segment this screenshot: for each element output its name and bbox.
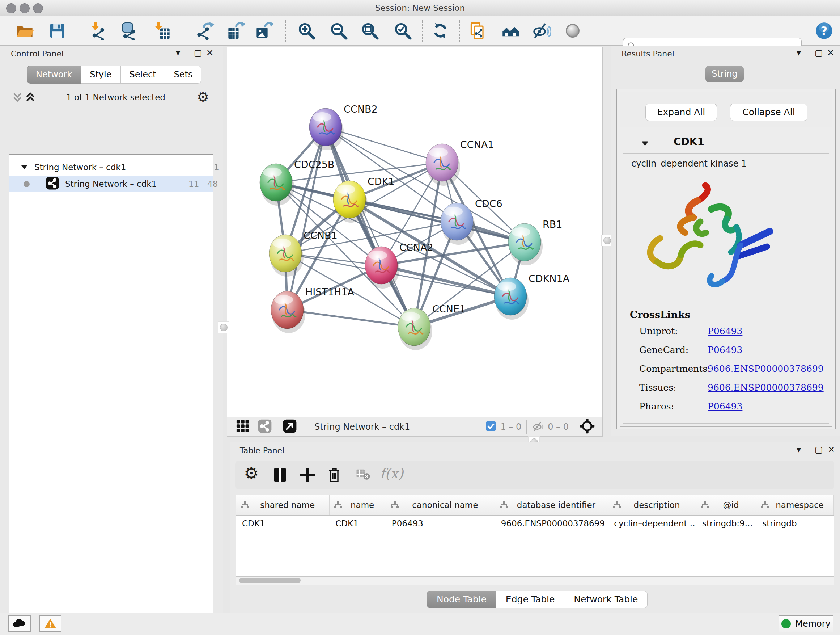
clear-table-icon[interactable]: [355, 466, 370, 484]
tab-style[interactable]: Style: [81, 65, 120, 84]
table-header-row: shared namenamecanonical namedatabase id…: [236, 495, 834, 516]
collapse-triangle-icon[interactable]: [21, 163, 28, 172]
export-network-icon[interactable]: [196, 21, 215, 40]
string-view-icon[interactable]: [257, 419, 272, 435]
hidden-eye-icon[interactable]: [532, 420, 545, 434]
zoom-selected-icon[interactable]: [393, 21, 412, 40]
network-node-ccnb1[interactable]: CCNB1: [269, 230, 338, 277]
table-panel-float-icon[interactable]: ▢: [815, 445, 823, 455]
tab-edge-table[interactable]: Edge Table: [496, 591, 565, 608]
network-node-ccne1[interactable]: CCNE1: [398, 303, 466, 350]
results-panel-menu-icon[interactable]: ▾: [797, 48, 801, 58]
network-options-gear-icon[interactable]: ⚙: [197, 89, 209, 105]
column-header-id[interactable]: @id: [696, 495, 756, 515]
table-panel-menu-icon[interactable]: ▾: [797, 445, 801, 455]
table-cell[interactable]: stringdb: [756, 516, 834, 532]
table-panel-close-icon[interactable]: ✕: [828, 445, 835, 455]
reposition-crosshair-icon[interactable]: [579, 418, 595, 435]
add-column-icon[interactable]: [299, 466, 316, 484]
column-header-canonicalname[interactable]: canonical name: [386, 495, 495, 515]
network-node-cdc6[interactable]: CDC6: [441, 198, 502, 245]
network-node-ccna1[interactable]: CCNA1: [426, 139, 494, 186]
cloud-status-button[interactable]: [8, 615, 31, 632]
delete-column-trash-icon[interactable]: [325, 466, 343, 484]
tab-select[interactable]: Select: [121, 65, 165, 84]
zoom-out-icon[interactable]: [329, 21, 348, 40]
network-node-ccnb2[interactable]: CCNB2: [309, 103, 378, 150]
network-node-hist1h1a[interactable]: HIST1H1A: [271, 287, 355, 333]
table-row[interactable]: CDK1CDK1P064939606.ENSP00000378699cyclin…: [236, 516, 834, 532]
table-horizontal-scrollbar[interactable]: [236, 576, 834, 585]
table-cell[interactable]: cyclin–dependent ...: [608, 516, 696, 532]
results-panel-float-icon[interactable]: ▢: [815, 48, 823, 58]
hidden-node-edge-counts: 0 – 0: [548, 422, 569, 432]
scrollbar-thumb[interactable]: [239, 578, 301, 583]
expand-all-icon[interactable]: [25, 92, 35, 104]
import-table-icon[interactable]: [152, 21, 171, 40]
open-session-icon[interactable]: [15, 21, 34, 40]
tab-network-table[interactable]: Network Table: [564, 591, 647, 608]
table-cell[interactable]: stringdb:9...: [696, 516, 756, 532]
memory-button[interactable]: Memory: [778, 615, 834, 632]
network-edge[interactable]: [287, 310, 414, 327]
save-session-icon[interactable]: [48, 21, 66, 40]
crosslink-url[interactable]: P06493: [707, 401, 742, 412]
clone-network-icon[interactable]: [469, 21, 488, 40]
tab-string[interactable]: String: [706, 66, 744, 82]
node-label: CCNB1: [303, 230, 338, 241]
crosslink-url[interactable]: 9606.ENSP00000378699: [707, 382, 824, 393]
crosslink-url[interactable]: 9606.ENSP00000378699: [707, 363, 824, 374]
column-header-databaseidentifier[interactable]: database identifier: [495, 495, 608, 515]
column-header-namespace[interactable]: namespace: [756, 495, 834, 515]
warnings-button[interactable]: [39, 615, 62, 632]
table-settings-gear-icon[interactable]: ⚙: [244, 463, 259, 483]
column-header-description[interactable]: description: [608, 495, 696, 515]
grid-mode-icon[interactable]: [236, 419, 249, 434]
show-all-icon[interactable]: [563, 21, 582, 40]
left-splitter-handle[interactable]: [218, 321, 229, 333]
crosslink-label: GeneCard:: [639, 345, 688, 355]
network-node-rb1[interactable]: RB1: [508, 219, 562, 265]
export-table-icon[interactable]: [227, 21, 246, 40]
collapse-all-icon[interactable]: [12, 92, 22, 104]
table-cell[interactable]: P06493: [386, 516, 495, 532]
zoom-in-icon[interactable]: [297, 21, 316, 40]
results-panel-close-icon[interactable]: ✕: [827, 48, 834, 58]
tab-network[interactable]: Network: [27, 65, 81, 84]
control-panel-float-icon[interactable]: ▢: [194, 48, 202, 58]
expand-all-button[interactable]: Expand All: [645, 103, 717, 121]
network-node-cdk1[interactable]: CDK1: [333, 176, 395, 223]
control-panel-menu-icon[interactable]: ▾: [176, 48, 180, 58]
table-cell[interactable]: CDK1: [236, 516, 330, 532]
column-header-sharedname[interactable]: shared name: [236, 495, 330, 515]
selected-checkbox-icon[interactable]: [485, 420, 497, 433]
tab-node-table[interactable]: Node Table: [427, 591, 496, 608]
collapse-all-button[interactable]: Collapse All: [730, 103, 807, 121]
network-edge[interactable]: [287, 127, 325, 310]
help-icon[interactable]: ?: [815, 21, 834, 40]
network-overview-icon[interactable]: [501, 21, 520, 40]
attribute-tree-icon: [761, 501, 769, 509]
network-row-selected[interactable]: String Network – cdk1 11 48: [9, 176, 213, 192]
birds-eye-view-icon[interactable]: [283, 419, 297, 435]
export-image-icon[interactable]: [255, 21, 274, 40]
table-cell[interactable]: 9606.ENSP00000378699: [495, 516, 608, 532]
import-network-from-database-icon[interactable]: [119, 21, 138, 40]
network-node-cdkn1a[interactable]: CDKN1A: [494, 273, 570, 320]
control-panel-close-icon[interactable]: ✕: [206, 48, 213, 58]
hide-selected-icon[interactable]: [532, 21, 551, 40]
crosslinks-heading: CrossLinks: [630, 309, 690, 320]
tab-sets[interactable]: Sets: [165, 65, 202, 84]
crosslink-url[interactable]: P06493: [707, 326, 742, 336]
table-cell[interactable]: CDK1: [330, 516, 386, 532]
column-header-name[interactable]: name: [330, 495, 386, 515]
network-collection-row[interactable]: String Network – cdk1 1: [9, 159, 213, 176]
show-columns-icon[interactable]: [271, 466, 289, 484]
function-builder-icon[interactable]: f(x): [380, 466, 403, 481]
fit-content-icon[interactable]: [360, 21, 379, 40]
section-collapse-triangle-icon[interactable]: [641, 140, 649, 148]
refresh-icon[interactable]: [431, 21, 450, 40]
network-graph[interactable]: CCNB2CCNA1CDC25BCDK1CDC6RB1CCNB1CCNA2CDK…: [228, 48, 600, 416]
import-network-from-file-icon[interactable]: [89, 21, 108, 40]
crosslink-url[interactable]: P06493: [707, 345, 742, 355]
